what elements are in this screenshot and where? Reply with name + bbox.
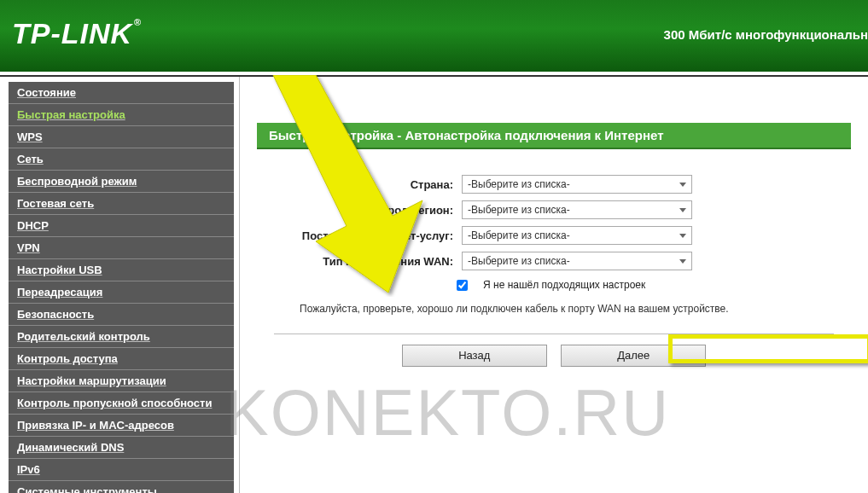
sidebar-item-14[interactable]: Контроль пропускной способности <box>9 392 234 415</box>
brand-text: TP-LINK <box>12 17 132 50</box>
sidebar-item-3[interactable]: Сеть <box>9 148 234 171</box>
sidebar-item-10[interactable]: Безопасность <box>9 304 234 326</box>
sidebar-item-8[interactable]: Настройки USB <box>9 259 234 281</box>
sidebar-item-5[interactable]: Гостевая сеть <box>9 193 234 215</box>
page-title: Быстрая настройка - Автонастройка подклю… <box>257 123 851 149</box>
sidebar-item-13[interactable]: Настройки маршрутизации <box>9 370 234 392</box>
sidebar-item-16[interactable]: Динамический DNS <box>9 437 234 459</box>
sidebar-item-9[interactable]: Переадресация <box>9 281 234 304</box>
label-isp: Поставщик интернет-услуг: <box>274 229 462 242</box>
sidebar-item-12[interactable]: Контроль доступа <box>9 348 234 370</box>
row-country: Страна: -Выберите из списка- <box>274 175 834 194</box>
row-wan: Тип подключения WAN: -Выберите из списка… <box>274 252 834 270</box>
back-button[interactable]: Назад <box>402 345 547 367</box>
next-button[interactable]: Далее <box>561 345 706 367</box>
select-isp[interactable]: -Выберите из списка- <box>462 226 692 245</box>
select-region[interactable]: -Выберите из списка- <box>462 200 692 219</box>
brand-logo: TP-LINK® <box>12 17 140 50</box>
row-isp: Поставщик интернет-услуг: -Выберите из с… <box>274 226 834 245</box>
sidebar-item-15[interactable]: Привязка IP- и MAC-адресов <box>9 415 234 437</box>
row-no-settings: Я не нашёл подходящих настроек <box>457 279 834 291</box>
select-wan[interactable]: -Выберите из списка- <box>462 252 692 270</box>
sidebar-item-7[interactable]: VPN <box>9 237 234 259</box>
row-region: Город/Регион: -Выберите из списка- <box>274 200 834 219</box>
checkbox-no-settings[interactable] <box>457 280 468 291</box>
note-check-cable: Пожалуйста, проверьте, хорошо ли подключ… <box>274 303 834 315</box>
label-wan: Тип подключения WAN: <box>274 255 462 268</box>
button-row: Назад Далее <box>274 345 834 367</box>
sidebar-item-6[interactable]: DHCP <box>9 215 234 237</box>
label-region: Город/Регион: <box>274 204 462 217</box>
checkbox-no-settings-label: Я не нашёл подходящих настроек <box>483 279 645 291</box>
registered-mark: ® <box>134 17 142 27</box>
label-country: Страна: <box>274 178 462 191</box>
sidebar-item-18[interactable]: Системные инструменты <box>9 481 234 493</box>
button-divider <box>274 334 834 334</box>
sidebar-item-1[interactable]: Быстрая настройка <box>9 104 234 126</box>
form-area: Страна: -Выберите из списка- Город/Регио… <box>257 149 851 375</box>
sidebar-item-2[interactable]: WPS <box>9 126 234 148</box>
sidebar: СостояниеБыстрая настройкаWPSСетьБеспров… <box>0 77 239 493</box>
main-panel: Быстрая настройка - Автонастройка подклю… <box>239 77 868 493</box>
sidebar-item-11[interactable]: Родительский контроль <box>9 326 234 348</box>
sidebar-item-17[interactable]: IPv6 <box>9 459 234 481</box>
select-country[interactable]: -Выберите из списка- <box>462 175 692 194</box>
header: TP-LINK® 300 Мбит/с многофункциональн <box>0 0 868 72</box>
sidebar-item-4[interactable]: Беспроводной режим <box>9 171 234 193</box>
sidebar-item-0[interactable]: Состояние <box>9 82 234 104</box>
header-tagline: 300 Мбит/с многофункциональн <box>664 27 868 42</box>
